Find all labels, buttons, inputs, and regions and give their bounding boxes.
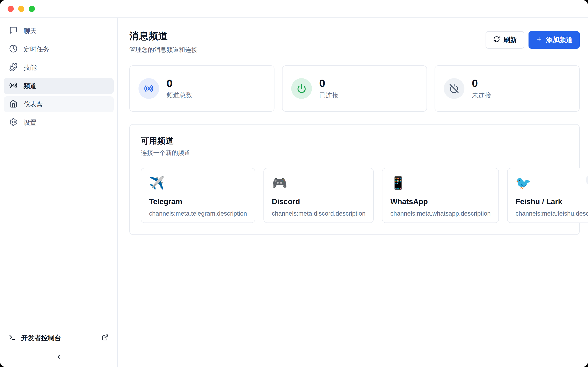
sidebar-item-scheduled-tasks[interactable]: 定时任务 xyxy=(4,41,114,57)
panel-title: 可用频道 xyxy=(141,135,568,146)
radio-icon xyxy=(9,81,17,91)
stat-card-connected: 0 已连接 xyxy=(282,65,427,112)
page-title: 消息频道 xyxy=(129,30,198,42)
sidebar-spacer xyxy=(0,131,117,334)
channel-description: channels:meta.whatsapp.description xyxy=(390,210,491,217)
clock-icon xyxy=(9,44,17,54)
developer-console-link[interactable]: 开发者控制台 xyxy=(9,334,109,343)
stat-value: 0 xyxy=(166,77,192,89)
sidebar-item-settings[interactable]: 设置 xyxy=(4,115,114,131)
power-icon xyxy=(291,78,312,99)
stat-label: 未连接 xyxy=(472,91,491,100)
window-titlebar xyxy=(0,0,588,18)
stat-label: 频道总数 xyxy=(166,91,192,100)
plus-icon xyxy=(536,36,543,44)
refresh-icon xyxy=(493,36,500,44)
channel-name: WhatsApp xyxy=(390,197,491,206)
sidebar-item-dashboard[interactable]: 仪表盘 xyxy=(4,96,114,112)
app-window: 聊天 定时任务 技能 xyxy=(0,0,588,367)
channel-card-telegram[interactable]: ✈️ Telegram channels:meta.telegram.descr… xyxy=(141,168,255,223)
chevron-left-icon xyxy=(56,353,62,361)
sidebar-item-channels[interactable]: 频道 xyxy=(4,78,114,94)
channel-name: Feishu / Lark xyxy=(515,197,588,206)
stat-value: 0 xyxy=(472,77,491,89)
puzzle-icon xyxy=(9,63,17,73)
channel-grid: ✈️ Telegram channels:meta.telegram.descr… xyxy=(141,168,568,223)
stat-card-disconnected: 0 未连接 xyxy=(435,65,580,112)
minimize-window-button[interactable] xyxy=(18,6,24,12)
page-subtitle: 管理您的消息频道和连接 xyxy=(129,46,198,54)
stat-card-total-channels: 0 频道总数 xyxy=(129,65,275,112)
sidebar-item-label: 技能 xyxy=(24,63,36,72)
sidebar: 聊天 定时任务 技能 xyxy=(0,18,118,367)
sidebar-item-skills[interactable]: 技能 xyxy=(4,60,114,76)
channel-description: channels:meta.feishu.description xyxy=(515,210,588,217)
sidebar-item-label: 定时任务 xyxy=(24,45,49,54)
channel-description: channels:meta.discord.description xyxy=(272,210,365,217)
close-window-button[interactable] xyxy=(8,6,14,12)
sidebar-collapse-button[interactable] xyxy=(52,350,65,363)
message-square-icon xyxy=(9,26,17,36)
gamepad-emoji-icon: 🎮 xyxy=(272,176,365,190)
home-icon xyxy=(9,100,17,109)
sidebar-nav: 聊天 定时任务 技能 xyxy=(0,23,117,131)
refresh-button[interactable]: 刷新 xyxy=(485,31,524,49)
sidebar-item-label: 频道 xyxy=(24,82,36,90)
external-link-icon[interactable] xyxy=(102,334,109,342)
channel-name: Telegram xyxy=(149,197,247,206)
bird-emoji-icon: 🐦 xyxy=(515,176,588,190)
stat-value: 0 xyxy=(319,77,338,89)
channel-name: Discord xyxy=(272,197,365,206)
sidebar-item-label: 设置 xyxy=(24,118,36,127)
page-header: 消息频道 管理您的消息频道和连接 刷新 添加频道 xyxy=(129,30,580,54)
main-content: 消息频道 管理您的消息频道和连接 刷新 添加频道 xyxy=(118,18,588,367)
zoom-window-button[interactable] xyxy=(29,6,35,12)
refresh-button-label: 刷新 xyxy=(503,35,517,44)
header-actions: 刷新 添加频道 xyxy=(485,31,580,49)
channel-card-discord[interactable]: 🎮 Discord channels:meta.discord.descript… xyxy=(263,168,374,223)
airplane-emoji-icon: ✈️ xyxy=(149,176,247,190)
terminal-icon xyxy=(9,334,16,342)
channel-description: channels:meta.telegram.description xyxy=(149,210,247,217)
panel-subtitle: 连接一个新的频道 xyxy=(141,149,568,157)
available-channels-panel: 可用频道 连接一个新的频道 ✈️ Telegram channels:meta.… xyxy=(129,124,580,235)
radio-icon xyxy=(138,78,159,99)
mobile-phone-emoji-icon: 📱 xyxy=(390,176,491,190)
stat-label: 已连接 xyxy=(319,91,338,100)
add-channel-button[interactable]: 添加频道 xyxy=(528,31,580,49)
power-off-icon xyxy=(444,78,464,99)
channel-card-feishu[interactable]: 插件 🐦 Feishu / Lark channels:meta.feishu.… xyxy=(507,168,588,223)
add-channel-button-label: 添加频道 xyxy=(546,35,573,44)
sidebar-item-label: 聊天 xyxy=(24,27,36,35)
channel-card-whatsapp[interactable]: 📱 WhatsApp channels:meta.whatsapp.descri… xyxy=(382,168,499,223)
gear-icon xyxy=(9,118,17,128)
developer-console-label: 开发者控制台 xyxy=(21,334,61,343)
sidebar-item-label: 仪表盘 xyxy=(24,100,43,109)
sidebar-item-chat[interactable]: 聊天 xyxy=(4,23,114,39)
stats-row: 0 频道总数 0 已连接 xyxy=(129,65,580,112)
